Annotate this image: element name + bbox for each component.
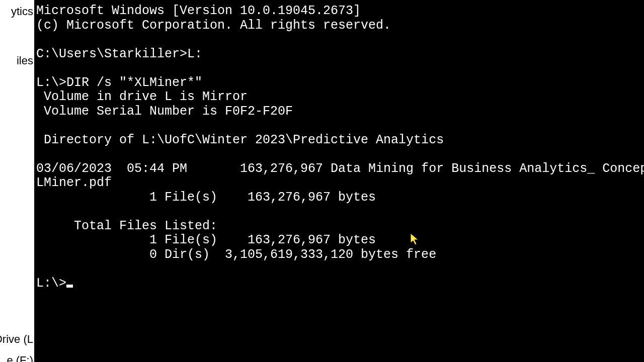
terminal-line: Total Files Listed:	[36, 219, 217, 233]
terminal-line: Directory of L:\UofC\Winter 2023\Predict…	[36, 133, 444, 147]
terminal-line: 0 Dir(s) 3,105,619,333,120 bytes free	[36, 247, 436, 262]
terminal-line: L:\>DIR /s "*XLMiner*"	[36, 75, 202, 90]
command-prompt-window[interactable]: Microsoft Windows [Version 10.0.19045.26…	[34, 0, 644, 362]
terminal-line: Volume in drive L is Mirror	[36, 89, 248, 104]
terminal-line: 03/06/2023 05:44 PM 163,276,967 Data Min…	[36, 161, 644, 176]
sidebar-label-drive-l: Drive (L	[0, 333, 33, 346]
sidebar-fragment: ytics iles Drive (L e (F:)	[0, 0, 34, 362]
terminal-line: Volume Serial Number is F0F2-F20F	[36, 104, 293, 119]
sidebar-label-files: iles	[17, 54, 33, 67]
sidebar-label-drive-f: e (F:)	[7, 354, 33, 362]
terminal-line: (c) Microsoft Corporation. All rights re…	[36, 18, 391, 33]
terminal-line: LMiner.pdf	[36, 175, 112, 190]
terminal-line: 1 File(s) 163,276,967 bytes	[36, 233, 376, 247]
terminal-line: Microsoft Windows [Version 10.0.19045.26…	[36, 4, 361, 18]
sidebar-label-analytics: ytics	[11, 5, 33, 18]
terminal-line: C:\Users\Starkiller>L:	[36, 47, 202, 61]
cursor-block	[66, 285, 73, 288]
terminal-line: 1 File(s) 163,276,967 bytes	[36, 190, 376, 205]
terminal-prompt: L:\>	[36, 276, 66, 291]
